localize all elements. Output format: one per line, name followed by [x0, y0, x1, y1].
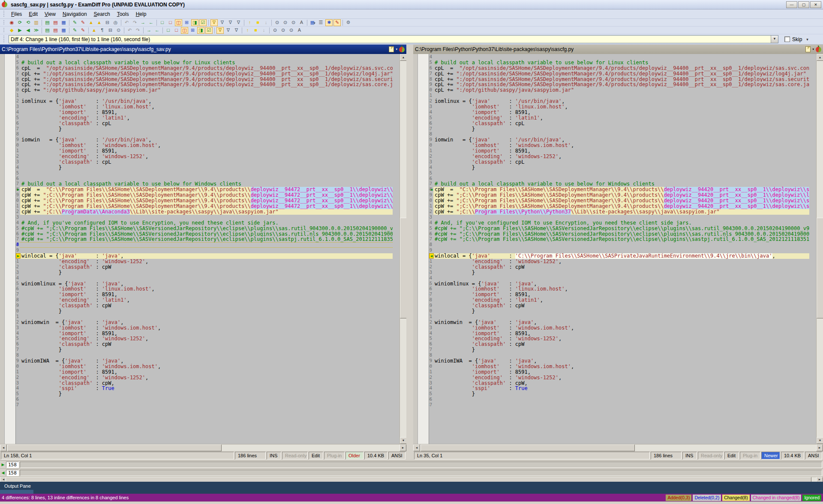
- ignore-whitespace-icon[interactable]: ☑: [205, 27, 213, 34]
- diff-marker-icon[interactable]: ◀: [429, 187, 434, 192]
- blocks-all-icon[interactable]: ⊞: [189, 27, 196, 34]
- find-next-icon[interactable]: ⊙: [282, 19, 289, 26]
- show-identical-icon[interactable]: □: [159, 19, 166, 26]
- ignore-case-icon[interactable]: ◨: [197, 27, 204, 34]
- undo-icon[interactable]: ↶: [123, 19, 130, 26]
- highlight-second-file-icon[interactable]: ▲: [96, 19, 103, 26]
- show-deleted-icon[interactable]: □: [167, 19, 174, 26]
- current-diff-marker-icon[interactable]: ◆: [8, 27, 15, 34]
- save-both-icon[interactable]: ▦: [60, 27, 67, 34]
- copy-block-to-second-icon[interactable]: ▶: [16, 27, 24, 34]
- redo-edit-icon[interactable]: ↷: [134, 27, 141, 34]
- print-diff-icon[interactable]: ⊟: [107, 27, 114, 34]
- second-file-vertical-scrollbar[interactable]: ▲ ▼: [816, 54, 823, 444]
- highlight-first-file-icon[interactable]: ▲: [87, 19, 95, 26]
- first-file-hscroll-thumb[interactable]: [7, 444, 222, 451]
- edit-plugins-icon[interactable]: ✎: [333, 19, 341, 26]
- second-file-editor[interactable]: 124125# build out a local classpath vari…: [413, 54, 823, 444]
- close-button[interactable]: ✕: [810, 1, 821, 8]
- view-mode-icon[interactable]: ▦▾: [309, 19, 316, 26]
- save-both-files-icon[interactable]: ▦: [60, 19, 67, 26]
- current-diff-marker-icon[interactable]: ◀: [429, 253, 434, 258]
- go-to-line-icon[interactable]: ■: [252, 27, 259, 34]
- first-difference-icon[interactable]: ↑: [246, 19, 253, 26]
- find-pair-icon[interactable]: ⊙: [271, 27, 279, 34]
- current-diff-marker-icon[interactable]: ▶: [16, 253, 21, 258]
- menu-item-files[interactable]: Files: [8, 10, 25, 18]
- append-block-icon[interactable]: ≫: [33, 27, 40, 34]
- scroll-right-icon[interactable]: ►: [816, 444, 823, 451]
- open-files-icon[interactable]: ▥: [33, 19, 40, 26]
- next-change-icon[interactable]: →: [145, 27, 153, 34]
- filter-blocks-icon[interactable]: ∇: [225, 27, 232, 34]
- scroll-left-icon[interactable]: ◄: [0, 444, 7, 451]
- second-file-copy-path-icon[interactable]: [805, 46, 811, 52]
- previous-change-icon[interactable]: ←: [153, 27, 161, 34]
- show-whitespace-icon[interactable]: ¶: [99, 27, 106, 34]
- options-icon[interactable]: ⚙: [345, 19, 352, 26]
- auto-recompare-icon[interactable]: ☑: [199, 19, 207, 26]
- filter-moved-icon[interactable]: ∇: [235, 19, 242, 26]
- first-file-header[interactable]: C:\Program Files\Python\Python37\Lib\sit…: [0, 45, 406, 54]
- previous-difference-icon[interactable]: ←: [147, 19, 155, 26]
- scroll-down-icon[interactable]: ▼: [400, 437, 406, 444]
- copy-block-to-first-icon[interactable]: ◀: [24, 27, 32, 34]
- diff-marker-icon[interactable]: ▶: [16, 187, 21, 192]
- menu-item-view[interactable]: View: [41, 10, 59, 18]
- menu-item-edit[interactable]: Edit: [25, 10, 41, 18]
- refresh-icon[interactable]: ⟳: [16, 19, 24, 26]
- save-second-file-icon[interactable]: ▤: [52, 19, 59, 26]
- find-previous-icon[interactable]: ⊙: [290, 19, 297, 26]
- skip-checkbox[interactable]: [784, 36, 790, 42]
- undo-edit-icon[interactable]: ↶: [126, 27, 133, 34]
- blocks-changed-icon[interactable]: ◫: [181, 27, 188, 34]
- save-first-file-icon[interactable]: ▤: [44, 19, 51, 26]
- show-line-details-icon[interactable]: ☰: [317, 19, 324, 26]
- match-case-icon[interactable]: A: [298, 19, 305, 26]
- toolbar-overflow-icon[interactable]: ▾: [806, 37, 808, 42]
- blocks-deleted-icon[interactable]: □: [173, 27, 180, 34]
- second-file-dropdown-icon[interactable]: ▾: [812, 48, 814, 51]
- plugins-icon[interactable]: ✱: [325, 19, 333, 26]
- scroll-left-icon[interactable]: ◄: [413, 444, 420, 451]
- combo-dropdown-icon[interactable]: ▼: [771, 36, 778, 43]
- maximize-button[interactable]: ▢: [798, 1, 809, 8]
- first-file-dropdown-icon[interactable]: ▾: [396, 48, 397, 51]
- toolbar2-grip[interactable]: [2, 28, 6, 33]
- pane-splitter[interactable]: [406, 45, 413, 460]
- filter-changed-icon[interactable]: ∇: [227, 19, 234, 26]
- filter-identical-icon[interactable]: ∇: [210, 19, 218, 26]
- next-difference-icon[interactable]: →: [139, 19, 147, 26]
- first-file-vertical-scrollbar[interactable]: ▲ ▼: [399, 54, 406, 444]
- current-difference-icon[interactable]: ■: [254, 19, 261, 26]
- edit-second-icon[interactable]: ✎: [79, 27, 87, 34]
- menu-item-search[interactable]: Search: [90, 10, 114, 18]
- highlight-block-icon[interactable]: ▲: [90, 27, 98, 34]
- search-diff-icon[interactable]: ⊙: [115, 27, 122, 34]
- scroll-right-icon[interactable]: ►: [399, 444, 406, 451]
- edit-first-file-icon[interactable]: ✎: [71, 19, 78, 26]
- last-change-icon[interactable]: ↓: [260, 27, 267, 34]
- show-changed-icon[interactable]: ◫: [175, 19, 182, 26]
- menu-item-tools[interactable]: Tools: [114, 10, 132, 18]
- last-difference-icon[interactable]: ↓: [262, 19, 270, 26]
- menu-item-help[interactable]: Help: [132, 10, 150, 18]
- show-all-icon[interactable]: ⊞: [183, 19, 190, 26]
- output-pane-tab[interactable]: [0, 490, 33, 494]
- filter-lines-icon[interactable]: ∇: [216, 27, 224, 34]
- find-icon[interactable]: ⊙: [273, 19, 281, 26]
- first-file-editor[interactable]: 124125# build out a local classpath vari…: [0, 54, 406, 444]
- redo-icon[interactable]: ↷: [131, 19, 138, 26]
- print-icon[interactable]: ⊟: [104, 19, 111, 26]
- filter-words-icon[interactable]: ∇: [233, 27, 240, 34]
- sync-scrolling-icon[interactable]: ◨: [191, 19, 198, 26]
- first-file-horizontal-scrollbar[interactable]: ◄ ►: [0, 444, 406, 451]
- print-preview-icon[interactable]: ◎: [112, 19, 119, 26]
- first-change-icon[interactable]: ↑: [244, 27, 251, 34]
- scroll-down-icon[interactable]: ▼: [817, 437, 823, 444]
- second-file-horizontal-scrollbar[interactable]: ◄ ►: [413, 444, 823, 451]
- dropdown-arrow-icon[interactable]: ▾: [314, 21, 315, 24]
- compare-files-icon[interactable]: ◉: [8, 19, 15, 26]
- edit-second-file-icon[interactable]: ✎: [79, 19, 87, 26]
- second-file-header[interactable]: C:\Program Files\Python\Python37\Lib\sit…: [413, 45, 823, 54]
